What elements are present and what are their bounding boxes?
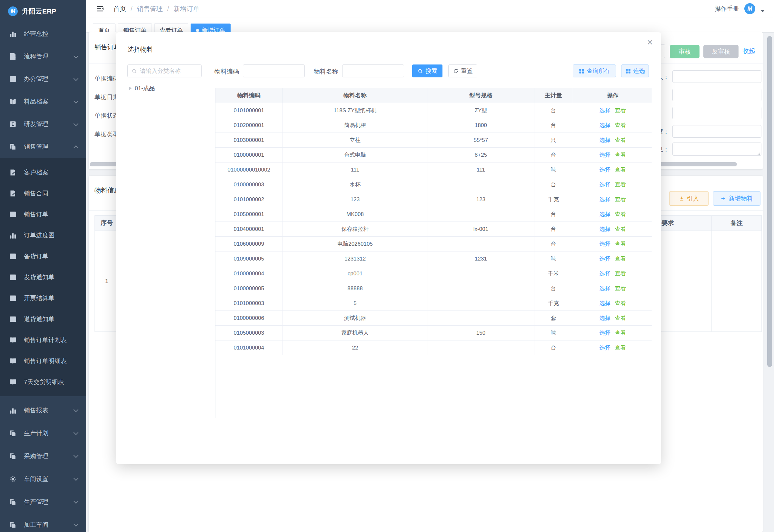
select-link[interactable]: 选择 <box>600 241 610 247</box>
view-link[interactable]: 查看 <box>615 137 626 143</box>
select-link[interactable]: 选择 <box>600 152 610 158</box>
user-menu-caret-icon[interactable] <box>760 10 765 12</box>
view-link[interactable]: 查看 <box>615 315 626 321</box>
help-manual-link[interactable]: 操作手册 <box>715 5 739 13</box>
brand-logo-icon: M <box>8 6 18 16</box>
right-input-1[interactable] <box>672 70 761 83</box>
category-search-input[interactable]: 请输入分类名称 <box>127 64 202 77</box>
material-row: 010000000588888台选择查看 <box>215 281 652 296</box>
view-link[interactable]: 查看 <box>615 226 626 232</box>
user-avatar[interactable]: M <box>744 3 755 14</box>
sidebar-item-workshop-settings[interactable]: 车间设置 <box>0 468 86 490</box>
select-link[interactable]: 选择 <box>600 196 610 202</box>
view-link[interactable]: 查看 <box>615 256 626 262</box>
reset-button[interactable]: 重置 <box>448 64 477 77</box>
sidebar-item-stock-order[interactable]: 备货订单 <box>0 246 86 267</box>
right-input-2[interactable] <box>672 89 761 101</box>
sidebar-item-invoice-settlement[interactable]: 开票结算单 <box>0 288 86 309</box>
sidebar-item-customer-archives[interactable]: 客户档案 <box>0 162 86 183</box>
select-material-modal: × 选择物料 请输入分类名称 物料编码 物料名称 搜索 重置 查询所有 连选 0… <box>116 32 661 464</box>
right-input-3[interactable] <box>672 107 761 119</box>
sidebar-item-sales-order[interactable]: 销售订单 <box>0 204 86 225</box>
sidebar-item-material-archives[interactable]: 料品档案 <box>0 90 86 113</box>
select-link[interactable]: 选择 <box>600 107 610 113</box>
view-link[interactable]: 查看 <box>615 107 626 113</box>
doc-edit-icon <box>9 169 17 176</box>
sidebar-item-purchase-mgmt[interactable]: 采购管理 <box>0 445 86 468</box>
view-link[interactable]: 查看 <box>615 182 626 188</box>
unaudit-button[interactable]: 反审核 <box>703 45 739 58</box>
sidebar-item-production-mgmt[interactable]: 生产管理 <box>0 490 86 513</box>
sidebar-item-sales-report[interactable]: 销售报表 <box>0 399 86 422</box>
sidebar-item-sales-order-plan[interactable]: 销售订单计划表 <box>0 330 86 350</box>
select-link[interactable]: 选择 <box>600 122 610 128</box>
sidebar-item-production-plan[interactable]: 生产计划 <box>0 422 86 445</box>
sidebar-item-return-notice[interactable]: 退货通知单 <box>0 309 86 330</box>
sidebar-collapse-icon[interactable] <box>96 5 104 13</box>
select-link[interactable]: 选择 <box>600 271 610 277</box>
sidebar: M 升阳云ERP 经营总控流程管理办公管理料品档案研发管理销售管理 客户档案销售… <box>0 0 86 532</box>
modal-close-icon[interactable]: × <box>647 37 653 47</box>
select-link[interactable]: 选择 <box>600 345 610 351</box>
material-cell: 只 <box>534 133 573 148</box>
select-link[interactable]: 选择 <box>600 315 610 321</box>
view-link[interactable]: 查看 <box>615 285 626 291</box>
audit-button[interactable]: 审核 <box>670 45 700 58</box>
search-icon <box>418 68 423 74</box>
select-link[interactable]: 选择 <box>600 211 610 217</box>
view-link[interactable]: 查看 <box>615 167 626 173</box>
select-link[interactable]: 选择 <box>600 300 610 306</box>
collapse-link[interactable]: 收起 <box>742 47 755 55</box>
sidebar-item-sales-contract[interactable]: 销售合同 <box>0 183 86 204</box>
sidebar-item-delivery-7day[interactable]: 7天交货明细表 <box>0 371 86 392</box>
material-cell: 0101000004 <box>215 340 283 355</box>
query-all-button[interactable]: 查询所有 <box>573 64 616 77</box>
sidebar-item-process-mgmt[interactable]: 流程管理 <box>0 45 86 68</box>
view-link[interactable]: 查看 <box>615 152 626 158</box>
actions-cell: 选择查看 <box>573 311 652 326</box>
view-link[interactable]: 查看 <box>615 241 626 247</box>
textarea-resize-icon[interactable] <box>757 151 760 155</box>
actions-cell: 选择查看 <box>573 237 652 251</box>
view-link[interactable]: 查看 <box>615 211 626 217</box>
search-button[interactable]: 搜索 <box>412 64 442 77</box>
sidebar-item-office-mgmt[interactable]: 办公管理 <box>0 68 86 90</box>
vertical-scrollbar[interactable] <box>767 36 772 367</box>
multi-select-button[interactable]: 连选 <box>621 64 649 77</box>
view-link[interactable]: 查看 <box>615 345 626 351</box>
sidebar-item-sales-mgmt[interactable]: 销售管理 <box>0 135 86 158</box>
view-link[interactable]: 查看 <box>615 330 626 336</box>
view-link[interactable]: 查看 <box>615 196 626 202</box>
right-textarea[interactable] <box>672 143 761 156</box>
view-link[interactable]: 查看 <box>615 300 626 306</box>
select-link[interactable]: 选择 <box>600 137 610 143</box>
import-button[interactable]: 引入 <box>669 191 709 206</box>
select-link[interactable]: 选择 <box>600 256 610 262</box>
sidebar-item-processing-workshop[interactable]: 加工车间 <box>0 513 86 532</box>
view-link[interactable]: 查看 <box>615 122 626 128</box>
material-code-input[interactable] <box>243 64 305 77</box>
material-cell: 0101000003 <box>215 296 283 311</box>
sidebar-item-rd-mgmt[interactable]: 研发管理 <box>0 113 86 135</box>
breadcrumb-home[interactable]: 首页 <box>113 5 126 13</box>
grid-icon <box>625 68 631 74</box>
view-link[interactable]: 查看 <box>615 271 626 277</box>
material-cell: 1800 <box>428 118 534 133</box>
sidebar-item-business-overview[interactable]: 经营总控 <box>0 23 86 45</box>
add-material-button[interactable]: 新增物料 <box>713 191 760 206</box>
header-material-name: 物料名称 <box>283 88 428 103</box>
sidebar-item-shipping-notice[interactable]: 发货通知单 <box>0 267 86 288</box>
sidebar-item-order-progress[interactable]: 订单进度图 <box>0 225 86 246</box>
sidebar-item-sales-order-detail[interactable]: 销售订单明细表 <box>0 350 86 371</box>
tree-node-finished-goods[interactable]: 01-成品 <box>129 84 155 92</box>
select-link[interactable]: 选择 <box>600 285 610 291</box>
select-link[interactable]: 选择 <box>600 182 610 188</box>
material-name-input[interactable] <box>342 64 404 77</box>
select-link[interactable]: 选择 <box>600 226 610 232</box>
material-cell: 台 <box>534 237 573 251</box>
actions-cell: 选择查看 <box>573 133 652 148</box>
select-link[interactable]: 选择 <box>600 330 610 336</box>
actions-cell: 选择查看 <box>573 296 652 311</box>
select-link[interactable]: 选择 <box>600 167 610 173</box>
right-input-4[interactable] <box>672 125 761 138</box>
